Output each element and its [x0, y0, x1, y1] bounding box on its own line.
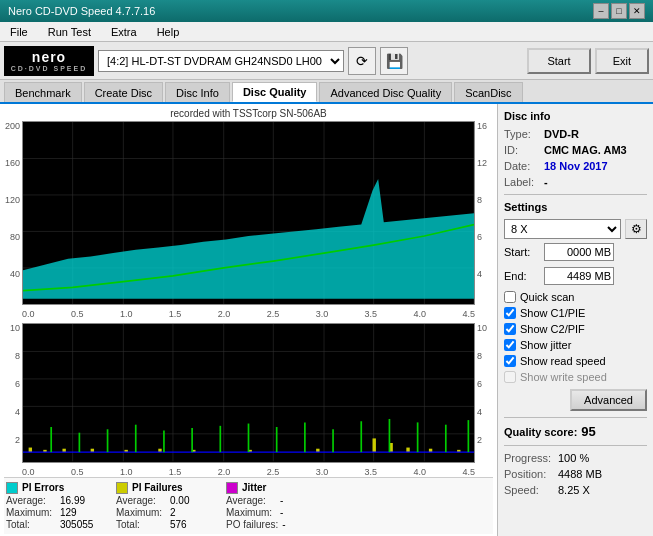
position-row: Position: 4488 MB — [504, 468, 647, 480]
start-button[interactable]: Start — [527, 48, 590, 74]
disc-label-value: - — [544, 176, 548, 188]
pif-max-label: Maximum: — [116, 507, 166, 518]
pif-total-value: 576 — [170, 519, 210, 530]
show-read-row: Show read speed — [504, 355, 647, 367]
show-read-label: Show read speed — [520, 355, 606, 367]
date-value: 18 Nov 2017 — [544, 160, 608, 172]
progress-label: Progress: — [504, 452, 554, 464]
right-panel: Disc info Type: DVD-R ID: CMC MAG. AM3 D… — [498, 104, 653, 536]
upper-y-axis-right: 1612864 — [475, 121, 493, 305]
toolbar: nero CD·DVD SPEED [4:2] HL-DT-ST DVDRAM … — [0, 42, 653, 80]
titlebar-title: Nero CD-DVD Speed 4.7.7.16 — [8, 5, 155, 17]
tab-disc-info[interactable]: Disc Info — [165, 82, 230, 102]
legend-pi-failures: PI Failures Average: 0.00 Maximum: 2 Tot… — [116, 482, 210, 530]
date-label: Date: — [504, 160, 540, 172]
pif-max-value: 2 — [170, 507, 210, 518]
id-value: CMC MAG. AM3 — [544, 144, 627, 156]
speed-result-label: Speed: — [504, 484, 554, 496]
chart-container: 2001601208040 — [4, 121, 493, 477]
quality-score-label: Quality score: — [504, 426, 577, 438]
exit-button[interactable]: Exit — [595, 48, 649, 74]
settings-title: Settings — [504, 201, 647, 213]
type-value: DVD-R — [544, 128, 579, 140]
tab-disc-quality[interactable]: Disc Quality — [232, 82, 318, 102]
tab-benchmark[interactable]: Benchmark — [4, 82, 82, 102]
tab-advanced-disc-quality[interactable]: Advanced Disc Quality — [319, 82, 452, 102]
close-button[interactable]: ✕ — [629, 3, 645, 19]
separator-2 — [504, 417, 647, 418]
progress-row: Progress: 100 % — [504, 452, 647, 464]
disc-label-label: Label: — [504, 176, 540, 188]
jitter-avg-value: - — [280, 495, 320, 506]
upper-y-axis-left: 2001601208040 — [4, 121, 22, 305]
maximize-button[interactable]: □ — [611, 3, 627, 19]
disc-label-row: Label: - — [504, 176, 647, 188]
speed-result-value: 8.25 X — [558, 484, 590, 496]
svg-rect-35 — [373, 439, 376, 453]
drive-select[interactable]: [4:2] HL-DT-ST DVDRAM GH24NSD0 LH00 — [98, 50, 344, 72]
speed-settings-row: 8 X Max 2 X 4 X 12 X 16 X ⚙ — [504, 219, 647, 239]
settings-icon-button[interactable]: ⚙ — [625, 219, 647, 239]
pi-failures-swatch — [116, 482, 128, 494]
show-c2-checkbox[interactable] — [504, 323, 516, 335]
jitter-label: Jitter — [242, 482, 266, 493]
save-button[interactable]: 💾 — [380, 47, 408, 75]
end-label: End: — [504, 270, 540, 282]
position-value: 4488 MB — [558, 468, 602, 480]
show-jitter-checkbox[interactable] — [504, 339, 516, 351]
menu-help[interactable]: Help — [151, 24, 186, 40]
main-content: recorded with TSSTcorp SN-506AB 20016012… — [0, 104, 653, 536]
progress-value: 100 % — [558, 452, 589, 464]
show-write-checkbox[interactable] — [504, 371, 516, 383]
position-label: Position: — [504, 468, 554, 480]
separator-1 — [504, 194, 647, 195]
show-read-checkbox[interactable] — [504, 355, 516, 367]
pi-avg-value: 16.99 — [60, 495, 100, 506]
start-label: Start: — [504, 246, 540, 258]
minimize-button[interactable]: – — [593, 3, 609, 19]
tab-create-disc[interactable]: Create Disc — [84, 82, 163, 102]
menu-file[interactable]: File — [4, 24, 34, 40]
show-c1-checkbox[interactable] — [504, 307, 516, 319]
speed-result-row: Speed: 8.25 X — [504, 484, 647, 496]
jitter-max-value: - — [280, 507, 320, 518]
po-value: - — [282, 519, 322, 530]
app-logo: nero CD·DVD SPEED — [4, 46, 94, 76]
logo-nero-text: nero — [32, 49, 66, 65]
refresh-button[interactable]: ⟳ — [348, 47, 376, 75]
lower-chart-wrapper: 108642 — [4, 323, 493, 462]
pi-errors-label: PI Errors — [22, 482, 64, 493]
end-input[interactable] — [544, 267, 614, 285]
tabs-bar: Benchmark Create Disc Disc Info Disc Qua… — [0, 80, 653, 104]
end-input-row: End: — [504, 267, 647, 285]
titlebar: Nero CD-DVD Speed 4.7.7.16 – □ ✕ — [0, 0, 653, 22]
tab-scan-disc[interactable]: ScanDisc — [454, 82, 522, 102]
jitter-swatch — [226, 482, 238, 494]
speed-select[interactable]: 8 X Max 2 X 4 X 12 X 16 X — [504, 219, 621, 239]
disc-info-title: Disc info — [504, 110, 647, 122]
pi-failures-label: PI Failures — [132, 482, 183, 493]
pi-max-label: Maximum: — [6, 507, 56, 518]
legend: PI Errors Average: 16.99 Maximum: 129 To… — [4, 477, 493, 534]
pi-max-value: 129 — [60, 507, 100, 518]
menu-run-test[interactable]: Run Test — [42, 24, 97, 40]
quick-scan-row: Quick scan — [504, 291, 647, 303]
pi-errors-swatch — [6, 482, 18, 494]
show-jitter-row: Show jitter — [504, 339, 647, 351]
pi-avg-label: Average: — [6, 495, 56, 506]
jitter-avg-label: Average: — [226, 495, 276, 506]
po-label: PO failures: — [226, 519, 278, 530]
titlebar-controls: – □ ✕ — [593, 3, 645, 19]
advanced-button[interactable]: Advanced — [570, 389, 647, 411]
start-input[interactable] — [544, 243, 614, 261]
svg-rect-26 — [29, 448, 32, 453]
chart-area: recorded with TSSTcorp SN-506AB 20016012… — [0, 104, 498, 536]
start-input-row: Start: — [504, 243, 647, 261]
show-c1-row: Show C1/PIE — [504, 307, 647, 319]
quick-scan-checkbox[interactable] — [504, 291, 516, 303]
date-row: Date: 18 Nov 2017 — [504, 160, 647, 172]
quick-scan-label: Quick scan — [520, 291, 574, 303]
type-row: Type: DVD-R — [504, 128, 647, 140]
menu-extra[interactable]: Extra — [105, 24, 143, 40]
lower-x-axis: 0.00.51.01.52.02.53.03.54.04.5 — [4, 467, 493, 477]
